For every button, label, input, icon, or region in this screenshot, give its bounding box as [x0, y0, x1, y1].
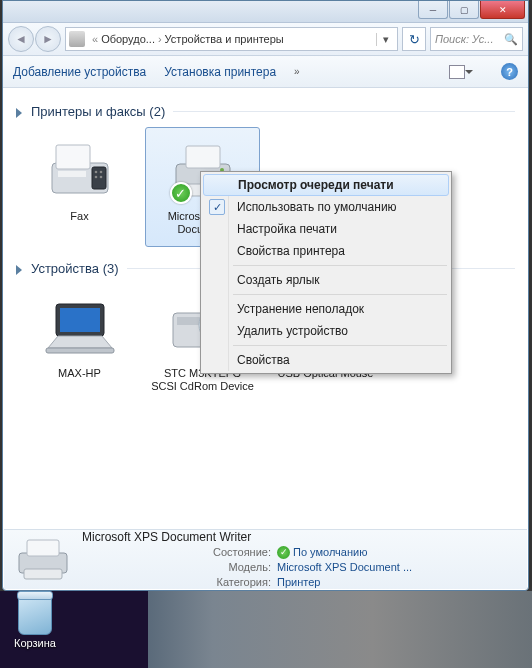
svg-rect-24: [24, 569, 62, 579]
search-icon[interactable]: 🔍: [504, 33, 518, 46]
search-placeholder: Поиск: Ус...: [435, 33, 493, 45]
menu-set-default[interactable]: ✓ Использовать по умолчанию: [203, 196, 449, 218]
group-title: Устройства: [31, 261, 99, 276]
check-icon: ✓: [277, 546, 290, 559]
forward-button[interactable]: ►: [35, 26, 61, 52]
breadcrumb-seg[interactable]: Оборудо...: [101, 33, 155, 45]
titlebar: ─ ▢ ✕: [3, 1, 528, 23]
address-bar: ◄ ► « Оборудо... › Устройства и принтеры…: [3, 23, 528, 56]
svg-rect-15: [46, 348, 114, 353]
svg-rect-9: [186, 146, 220, 168]
recycle-bin[interactable]: Корзина: [5, 595, 65, 649]
check-icon: ✓: [209, 199, 225, 215]
desktop[interactable]: Корзина: [0, 591, 532, 668]
chevron-icon: ›: [155, 33, 165, 45]
menu-properties[interactable]: Свойства: [203, 349, 449, 371]
menu-print-setup[interactable]: Настройка печати: [203, 218, 449, 240]
svg-rect-3: [58, 171, 86, 177]
menu-separator: [233, 294, 447, 295]
group-count: (3): [103, 261, 119, 276]
menu-troubleshoot[interactable]: Устранение неполадок: [203, 298, 449, 320]
group-count: (2): [149, 104, 165, 119]
details-val-state: ✓ По умолчанию: [277, 545, 367, 560]
details-val-model: Microsoft XPS Document ...: [277, 560, 412, 575]
item-label: Fax: [70, 210, 88, 223]
maximize-button[interactable]: ▢: [449, 1, 479, 19]
menu-open-queue[interactable]: Просмотр очереди печати: [203, 174, 449, 196]
details-title: Microsoft XPS Document Writer: [82, 530, 519, 544]
device-item-laptop[interactable]: MAX-HP: [22, 284, 137, 404]
details-key-model: Модель:: [82, 560, 277, 575]
breadcrumb-seg[interactable]: Устройства и принтеры: [165, 33, 284, 45]
menu-separator: [233, 345, 447, 346]
svg-point-6: [94, 176, 97, 179]
item-label: MAX-HP: [58, 367, 101, 380]
svg-point-4: [94, 171, 97, 174]
group-title: Принтеры и факсы: [31, 104, 146, 119]
explorer-window: ─ ▢ ✕ ◄ ► « Оборудо... › Устройства и пр…: [2, 0, 529, 591]
recycle-bin-label: Корзина: [14, 637, 56, 649]
fax-icon: [41, 134, 119, 208]
svg-point-7: [99, 176, 102, 179]
menu-create-shortcut[interactable]: Создать ярлык: [203, 269, 449, 291]
breadcrumb-dropdown[interactable]: ▾: [376, 33, 394, 46]
svg-point-5: [99, 171, 102, 174]
collapse-icon: [16, 108, 27, 118]
printer-icon: [12, 535, 74, 585]
svg-marker-14: [48, 336, 112, 348]
install-printer-link[interactable]: Установка принтера: [164, 65, 276, 79]
svg-rect-13: [60, 308, 100, 332]
device-item-fax[interactable]: Fax: [22, 127, 137, 247]
nav-buttons: ◄ ►: [8, 26, 61, 52]
add-device-link[interactable]: Добавление устройства: [13, 65, 146, 79]
more-commands[interactable]: »: [294, 66, 300, 77]
menu-remove[interactable]: Удалить устройство: [203, 320, 449, 342]
close-button[interactable]: ✕: [480, 1, 525, 19]
location-icon: [69, 31, 85, 47]
svg-rect-23: [27, 540, 59, 556]
laptop-icon: [41, 291, 119, 365]
details-key-state: Состояние:: [82, 545, 277, 560]
view-options-button[interactable]: [449, 65, 465, 79]
back-button[interactable]: ◄: [8, 26, 34, 52]
menu-separator: [233, 265, 447, 266]
details-pane: Microsoft XPS Document Writer Состояние:…: [4, 529, 527, 589]
refresh-button[interactable]: ↻: [402, 27, 426, 51]
recycle-bin-icon: [18, 595, 52, 635]
default-badge-icon: ✓: [170, 182, 192, 204]
svg-rect-1: [56, 145, 90, 169]
details-key-category: Категория:: [82, 575, 277, 590]
svg-rect-2: [92, 167, 106, 189]
context-menu: Просмотр очереди печати ✓ Использовать п…: [200, 171, 452, 374]
menu-printer-props[interactable]: Свойства принтера: [203, 240, 449, 262]
details-val-category: Принтер: [277, 575, 320, 590]
collapse-icon: [16, 265, 27, 275]
minimize-button[interactable]: ─: [418, 1, 448, 19]
search-input[interactable]: Поиск: Ус... 🔍: [430, 27, 523, 51]
chevron-icon: «: [89, 33, 101, 45]
group-header-printers[interactable]: Принтеры и факсы (2): [16, 104, 515, 119]
breadcrumb[interactable]: « Оборудо... › Устройства и принтеры ▾: [65, 27, 398, 51]
command-bar: Добавление устройства Установка принтера…: [3, 56, 528, 88]
help-button[interactable]: ?: [501, 63, 518, 80]
